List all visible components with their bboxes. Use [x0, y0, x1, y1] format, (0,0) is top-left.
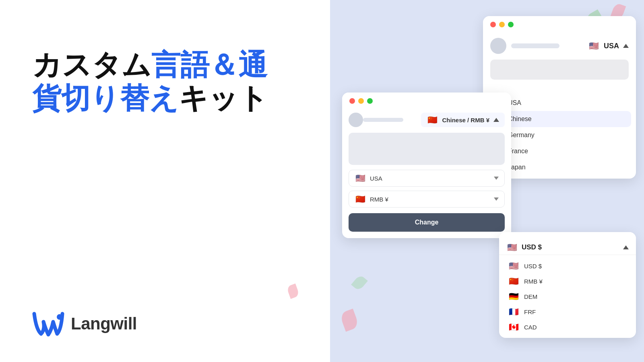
flag-usd: 🇺🇸	[508, 262, 519, 270]
mock-image-lang	[490, 60, 629, 80]
logo-area: Langwill	[32, 310, 306, 338]
caret-down-currency	[494, 197, 499, 201]
hero-title: カスタム言語＆通 貨切り替えキット	[32, 48, 306, 115]
flag-rmb: 🇨🇳	[508, 277, 519, 285]
deco-leaf-bottom-right	[339, 309, 359, 331]
dot-green-mid	[367, 98, 373, 104]
hero-line2-black: キット	[179, 82, 268, 114]
lang-selected-bar[interactable]: 🇺🇸 USA	[588, 42, 629, 50]
currency-list: 🇺🇸 USD $ 🇨🇳 RMB ¥ 🇩🇪 DEM 🇫🇷 FRF 🇨🇦 CAD	[499, 255, 636, 338]
dropdown-container: 🇺🇸 USA 🇨🇳 RMB ¥ Change	[342, 170, 511, 238]
lang-dropdown-value: USA	[370, 175, 382, 182]
mock-image-mid	[349, 133, 505, 165]
mock-avatar-mid	[349, 113, 363, 127]
caret-up-currency	[623, 245, 629, 249]
hero-line1-black: カスタム	[32, 49, 151, 81]
mock-text-mid	[363, 118, 403, 122]
flag-usa-dropdown: 🇺🇸	[355, 174, 366, 182]
right-panel: 🇺🇸 USA 🇺🇸 USA 🇨🇳 Chinese 🇩🇪 Germ	[330, 0, 644, 362]
flag-chinese-mid: 🇨🇳	[427, 116, 438, 124]
mock-image-mid-wrapper	[342, 133, 511, 165]
lang-name-germany: Germany	[508, 132, 535, 139]
flag-usd-selected: 🇺🇸	[506, 243, 518, 251]
deco-leaf-left	[286, 284, 299, 299]
currency-name-usd: USD $	[524, 263, 542, 269]
hero-line1-blue: 言語＆通	[151, 49, 267, 81]
currency-item-frf[interactable]: 🇫🇷 FRF	[504, 304, 631, 319]
selected-lang-text: USA	[604, 42, 619, 50]
flag-cad: 🇨🇦	[508, 323, 519, 331]
left-panel: カスタム言語＆通 貨切り替えキット Langwill	[0, 0, 330, 362]
currency-item-cad[interactable]: 🇨🇦 CAD	[504, 319, 631, 335]
hero-line2-blue: 貨切り替え	[32, 82, 179, 114]
dot-yellow-mid	[358, 98, 364, 104]
currency-name-cad: CAD	[524, 324, 537, 331]
lang-name-chinese: Chinese	[508, 115, 532, 123]
selected-lang-currency-bar[interactable]: 🇨🇳 Chinese / RMB ¥	[421, 113, 505, 127]
dot-yellow	[499, 22, 505, 27]
middle-bar: 🇨🇳 Chinese / RMB ¥	[342, 109, 511, 133]
currency-name-rmb: RMB ¥	[524, 278, 543, 285]
lang-dropdown-left: 🇺🇸 USA	[355, 174, 382, 182]
caret-up-icon	[623, 44, 629, 48]
currency-selected-bar[interactable]: 🇺🇸 USD $	[506, 243, 629, 251]
window-titlebar-middle	[342, 93, 511, 109]
lang-dropdown-row[interactable]: 🇺🇸 USA	[349, 170, 505, 187]
deco-leaf-bottom-left	[351, 274, 368, 292]
mock-text-lang	[511, 43, 559, 48]
change-button[interactable]: Change	[349, 213, 505, 232]
currency-item-dem[interactable]: 🇩🇪 DEM	[504, 289, 631, 304]
currency-dropdown-row[interactable]: 🇨🇳 RMB ¥	[349, 191, 505, 208]
dot-red-mid	[349, 98, 355, 104]
mock-avatar-lang	[490, 38, 506, 54]
currency-name-frf: FRF	[524, 309, 536, 315]
selected-lang-currency-text: Chinese / RMB ¥	[442, 117, 489, 123]
dot-green	[508, 22, 514, 27]
window-titlebar-currency	[499, 232, 636, 243]
flag-frf: 🇫🇷	[508, 308, 519, 316]
dot-red	[490, 22, 496, 27]
currency-item-usd[interactable]: 🇺🇸 USD $	[504, 258, 631, 274]
currency-dropdown-left: 🇨🇳 RMB ¥	[355, 195, 388, 203]
selected-flag-lang: 🇺🇸	[588, 42, 600, 50]
svg-point-0	[57, 314, 62, 320]
mock-row-lang: 🇺🇸 USA	[490, 38, 629, 54]
currency-item-rmb[interactable]: 🇨🇳 RMB ¥	[504, 274, 631, 289]
logo-text: Langwill	[71, 314, 137, 333]
window-titlebar-lang	[483, 16, 636, 33]
currency-lang-window: 🇨🇳 Chinese / RMB ¥ 🇺🇸 USA	[342, 93, 511, 238]
logo-icon	[32, 310, 64, 338]
currency-window: 🇺🇸 USD $ 🇺🇸 USD $ 🇨🇳 RMB ¥ 🇩🇪 DEM	[499, 232, 636, 338]
currency-selected-text: USD $	[522, 243, 542, 251]
currency-dropdown-value: RMB ¥	[370, 196, 388, 203]
flag-rmb-dropdown: 🇨🇳	[355, 195, 366, 203]
flag-dem: 🇩🇪	[508, 292, 519, 300]
caret-down-lang	[494, 177, 499, 180]
currency-name-dem: DEM	[524, 293, 537, 300]
caret-up-mid	[493, 118, 499, 122]
